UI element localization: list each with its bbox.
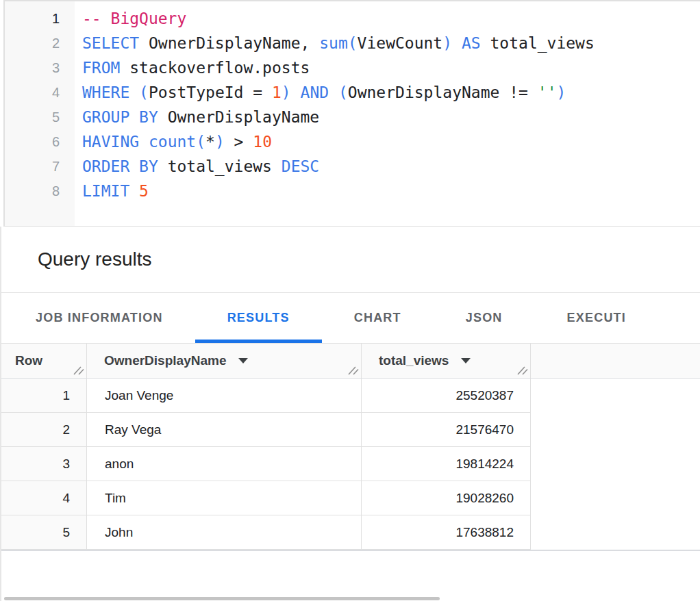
table-body: 1Joan Venge255203872Ray Vega215764703ano…	[1, 379, 700, 550]
column-header-row[interactable]: Row	[1, 344, 87, 378]
code-token: OwnerDisplayName,	[139, 34, 319, 52]
code-token	[291, 84, 301, 101]
code-token: WHERE	[82, 84, 129, 101]
editor-gutter: 12345678	[5, 1, 75, 226]
total-views-cell: 21576470	[362, 413, 531, 447]
code-token: FROM	[82, 59, 120, 77]
code-token	[129, 182, 139, 200]
code-token: GROUP BY	[82, 108, 158, 126]
total-views-cell: 19028260	[362, 481, 531, 515]
line-number: 7	[5, 154, 75, 179]
line-number: 8	[5, 179, 75, 203]
column-resize-handle-icon[interactable]	[516, 366, 528, 375]
tab-json[interactable]: JSON	[434, 293, 535, 343]
column-resize-handle-icon[interactable]	[347, 366, 359, 375]
tab-executi[interactable]: EXECUTI	[535, 293, 658, 343]
owner-display-name-cell: Tim	[87, 481, 362, 515]
row-filler	[531, 481, 700, 515]
results-tabbar: JOB INFORMATIONRESULTSCHARTJSONEXECUTI	[1, 293, 700, 344]
code-line[interactable]: WHERE (PostTypeId = 1) AND (OwnerDisplay…	[82, 80, 700, 105]
code-token: ''	[538, 84, 557, 101]
code-token: stackoverflow.posts	[120, 59, 310, 77]
code-token: 10	[253, 133, 272, 151]
query-results-title: Query results	[38, 248, 152, 270]
sql-editor[interactable]: 12345678 -- BigQuerySELECT OwnerDisplayN…	[3, 0, 700, 227]
owner-display-name-cell: Ray Vega	[87, 413, 362, 447]
code-token: 1	[272, 84, 282, 101]
code-token	[452, 34, 462, 52]
owner-display-name-cell: anon	[87, 447, 362, 481]
tab-label: JSON	[466, 311, 503, 325]
line-number: 1	[5, 6, 75, 31]
line-number: 2	[5, 31, 75, 55]
tab-chart[interactable]: CHART	[322, 293, 434, 343]
code-line[interactable]: SELECT OwnerDisplayName, sum(ViewCount) …	[82, 31, 700, 55]
row-filler	[531, 413, 700, 447]
total-views-cell: 17638812	[362, 515, 531, 550]
code-token: )	[556, 84, 566, 101]
code-token: AND	[301, 84, 329, 101]
tab-label: EXECUTI	[567, 311, 626, 325]
code-token: -- BigQuery	[82, 10, 186, 27]
owner-display-name-cell: John	[87, 515, 362, 550]
code-line[interactable]: FROM stackoverflow.posts	[82, 55, 700, 80]
table-header-row: RowOwnerDisplayNametotal_views	[1, 344, 700, 379]
code-token	[129, 84, 139, 101]
column-header-ownerdisplayname[interactable]: OwnerDisplayName	[87, 344, 362, 378]
line-number: 3	[5, 55, 75, 80]
table-row: 2Ray Vega21576470	[1, 413, 700, 447]
code-token: SELECT	[82, 34, 139, 52]
code-token	[329, 84, 338, 101]
column-header-filler	[531, 344, 700, 378]
tab-label: JOB INFORMATION	[36, 311, 163, 325]
column-dropdown-icon[interactable]	[461, 358, 471, 363]
query-results-header: Query results	[1, 227, 700, 293]
code-token: HAVING	[82, 133, 139, 151]
row-filler	[531, 447, 700, 481]
code-line[interactable]: LIMIT 5	[82, 179, 700, 203]
line-number: 5	[5, 105, 75, 129]
row-number-cell: 4	[1, 481, 87, 515]
editor-code[interactable]: -- BigQuerySELECT OwnerDisplayName, sum(…	[75, 1, 700, 226]
code-token: DESC	[282, 157, 319, 175]
code-token: OwnerDisplayName	[158, 108, 319, 126]
code-line[interactable]: GROUP BY OwnerDisplayName	[82, 105, 700, 129]
code-token: *	[205, 133, 215, 151]
column-resize-handle-icon[interactable]	[73, 366, 84, 375]
bigquery-console: 12345678 -- BigQuerySELECT OwnerDisplayN…	[0, 0, 700, 601]
tab-label: RESULTS	[227, 311, 290, 325]
row-number-cell: 3	[1, 447, 87, 481]
code-token: )	[282, 84, 291, 101]
table-row: 4Tim19028260	[1, 481, 700, 515]
row-number-cell: 2	[1, 413, 87, 447]
code-token: AS	[462, 34, 481, 52]
results-table: RowOwnerDisplayNametotal_views 1Joan Ven…	[1, 344, 700, 551]
code-token: )	[442, 34, 452, 52]
code-line[interactable]: ORDER BY total_views DESC	[82, 154, 700, 179]
code-token: PostTypeId =	[149, 84, 272, 101]
tab-job-information[interactable]: JOB INFORMATION	[3, 293, 195, 343]
column-header-total-views[interactable]: total_views	[362, 344, 531, 378]
column-dropdown-icon[interactable]	[238, 358, 248, 363]
total-views-cell: 19814224	[362, 447, 531, 481]
code-token: (	[338, 84, 348, 101]
horizontal-scrollbar[interactable]	[4, 597, 440, 600]
query-results-panel: Query results JOB INFORMATIONRESULTSCHAR…	[0, 227, 700, 601]
total-views-cell: 25520387	[362, 379, 531, 413]
table-row: 1Joan Venge25520387	[1, 379, 700, 413]
code-token: ORDER BY	[82, 157, 158, 175]
column-header-label: OwnerDisplayName	[104, 353, 226, 368]
column-header-label: total_views	[379, 353, 449, 368]
line-number: 4	[5, 80, 75, 105]
table-row: 3anon19814224	[1, 447, 700, 481]
code-token: LIMIT	[82, 182, 129, 200]
code-token: OwnerDisplayName !=	[348, 84, 538, 101]
code-line[interactable]: HAVING count(*) > 10	[82, 129, 700, 154]
code-line[interactable]: -- BigQuery	[82, 6, 700, 31]
tab-label: CHART	[354, 311, 401, 325]
row-number-cell: 5	[1, 515, 87, 550]
code-token: sum(	[319, 34, 357, 52]
tab-results[interactable]: RESULTS	[195, 293, 322, 343]
code-token: )	[215, 133, 225, 151]
code-token: >	[225, 133, 253, 151]
